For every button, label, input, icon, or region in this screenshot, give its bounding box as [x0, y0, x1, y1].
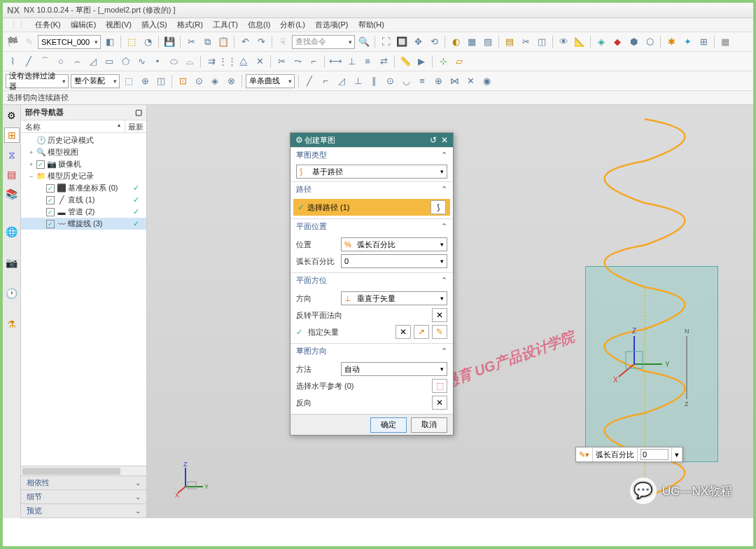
redo-icon[interactable]: ↷	[254, 35, 268, 49]
tab-history-icon[interactable]: 🕐	[4, 286, 20, 301]
s3-icon[interactable]: ◿	[335, 74, 349, 88]
tree-row[interactable]: +🔍模型视图	[21, 146, 146, 158]
tab-nav-icon[interactable]: ⊞	[4, 127, 20, 143]
menu-help[interactable]: 帮助(H)	[354, 18, 388, 32]
reverse-button[interactable]: ✕	[432, 396, 447, 410]
arc-input[interactable]: 0	[341, 254, 447, 268]
extend-icon[interactable]: ⤳	[290, 55, 304, 69]
menu-info[interactable]: 信息(I)	[244, 18, 274, 32]
tab-books-icon[interactable]: 📚	[4, 186, 20, 202]
filter-combo[interactable]: 没有选择过滤器	[6, 74, 69, 88]
menu-task[interactable]: 任务(K)	[31, 18, 65, 32]
circle-icon[interactable]: ○	[54, 55, 68, 69]
sel-icon1[interactable]: ⬚	[122, 74, 136, 88]
s5-icon[interactable]: ∥	[367, 74, 381, 88]
nav-tree[interactable]: 🕐历史记录模式+🔍模型视图+✓📷摄像机−📁模型历史记录✓⬛基准坐标系 (0)✓✓…	[21, 133, 146, 466]
sec-planepos-head[interactable]: 平面位置	[296, 221, 327, 232]
dialog-close-icon[interactable]: ✕	[439, 134, 450, 146]
line-icon[interactable]: ╱	[22, 55, 36, 69]
sketch-combo[interactable]: SKETCH_000	[38, 35, 101, 49]
tree-row[interactable]: ✓〰螺旋线 (3)✓	[21, 218, 146, 230]
zoom-icon[interactable]: 🔲	[395, 35, 409, 49]
menu-tools[interactable]: 工具(T)	[209, 18, 242, 32]
command-search[interactable]: 查找命令	[292, 35, 355, 49]
reverse-normal-button[interactable]: ✕	[432, 308, 447, 322]
clip-icon[interactable]: ✂	[519, 35, 533, 49]
s8-icon[interactable]: ≡	[415, 74, 429, 88]
sec-type-head[interactable]: 草图类型	[296, 150, 327, 160]
pos-select[interactable]: %弧长百分比	[341, 237, 447, 251]
tab-gear-icon[interactable]: ⚙	[4, 108, 20, 123]
constraint-icon[interactable]: ⊥	[344, 55, 358, 69]
misc4-icon[interactable]: ⬡	[643, 35, 657, 49]
popup-input[interactable]	[640, 449, 668, 460]
nav-col-name[interactable]: 名称	[21, 120, 125, 132]
nav-scrollbar[interactable]	[21, 466, 146, 475]
snap1-icon[interactable]: ⊡	[176, 74, 190, 88]
menu-view[interactable]: 视图(V)	[102, 18, 136, 32]
menu-prefs[interactable]: 首选项(P)	[311, 18, 353, 32]
tab-cam-icon[interactable]: 📷	[4, 255, 20, 270]
menu-format[interactable]: 格式(R)	[173, 18, 207, 32]
rotate-icon[interactable]: ⟲	[427, 35, 441, 49]
s7-icon[interactable]: ◡	[399, 74, 413, 88]
vector-btn3[interactable]: ✎	[432, 325, 447, 339]
scope-combo[interactable]: 整个装配	[71, 74, 120, 88]
conic-icon[interactable]: ⌓	[183, 55, 197, 69]
dialog-reset-icon[interactable]: ↺	[428, 134, 439, 146]
s11-icon[interactable]: ✕	[463, 74, 477, 88]
tree-row[interactable]: +✓📷摄像机	[21, 158, 146, 170]
misc2-icon[interactable]: ◆	[610, 35, 624, 49]
misc7-icon[interactable]: ⊞	[696, 35, 710, 49]
nav-pin-icon[interactable]: ▢	[135, 108, 142, 117]
s1-icon[interactable]: ╱	[302, 74, 316, 88]
cut-icon[interactable]: ✂	[184, 35, 198, 49]
show-dim-icon[interactable]: 📏	[398, 55, 412, 69]
copy-icon[interactable]: ⧉	[200, 35, 214, 49]
fit-icon[interactable]: ⛶	[379, 35, 393, 49]
acc-detail[interactable]: 细节⌄	[21, 490, 146, 504]
vector-btn1[interactable]: ✕	[396, 325, 411, 339]
arc-icon[interactable]: ⌒	[38, 55, 52, 69]
misc3-icon[interactable]: ⬢	[626, 35, 640, 49]
misc5-icon[interactable]: ✱	[664, 35, 678, 49]
menu-analysis[interactable]: 分析(L)	[276, 18, 309, 32]
snap2-icon[interactable]: ⊙	[192, 74, 206, 88]
spline-icon[interactable]: ∿	[134, 55, 148, 69]
arc-percent-popup[interactable]: ✎▾ 弧长百分比 ▾	[575, 447, 683, 462]
cancel-button[interactable]: 取消	[411, 417, 447, 433]
ellipse-icon[interactable]: ⬭	[167, 55, 181, 69]
sec-sketchdir-head[interactable]: 草图方向	[296, 346, 327, 356]
menu-grip[interactable]: ⋮⋮	[6, 19, 29, 31]
measure-icon[interactable]: 📐	[573, 35, 587, 49]
sphere-icon[interactable]: ◔	[141, 35, 155, 49]
dialog-gear-icon[interactable]: ⚙	[293, 134, 304, 146]
tree-row[interactable]: ✓⬛基准坐标系 (0)✓	[21, 182, 146, 194]
s4-icon[interactable]: ⊥	[351, 74, 365, 88]
offset-icon[interactable]: ⇉	[204, 55, 218, 69]
sel-icon2[interactable]: ⊕	[138, 74, 152, 88]
sel-icon3[interactable]: ◫	[154, 74, 168, 88]
mirror-icon[interactable]: ⧋	[237, 55, 251, 69]
rect-icon[interactable]: ▭	[102, 55, 116, 69]
tree-row[interactable]: ✓╱直线 (1)✓	[21, 194, 146, 206]
search-icon[interactable]: 🔍	[357, 35, 371, 49]
ok-button[interactable]: 确定	[370, 417, 407, 433]
s12-icon[interactable]: ◉	[479, 74, 493, 88]
select-path-row[interactable]: ✓ 选择路径 (1) ⟆	[293, 199, 450, 216]
tree-row[interactable]: −📁模型历史记录	[21, 170, 146, 182]
snap4-icon[interactable]: ⊗	[224, 74, 238, 88]
misc1-icon[interactable]: ◈	[594, 35, 608, 49]
axis-icon[interactable]: ⊹	[436, 55, 450, 69]
acc-dependency[interactable]: 相依性⌄	[21, 476, 146, 490]
s9-icon[interactable]: ⊕	[431, 74, 445, 88]
grid-icon[interactable]: ▦	[718, 35, 732, 49]
conv-icon[interactable]: ⇄	[377, 55, 391, 69]
save-icon[interactable]: 💾	[162, 35, 176, 49]
menu-insert[interactable]: 插入(S)	[137, 18, 172, 32]
orient-icon[interactable]: ◧	[103, 35, 117, 49]
horiz-ref-button[interactable]: ⬚	[432, 379, 447, 393]
pan-icon[interactable]: ✥	[411, 35, 425, 49]
menu-edit[interactable]: 编辑(E)	[66, 18, 101, 32]
s10-icon[interactable]: ⋈	[447, 74, 461, 88]
